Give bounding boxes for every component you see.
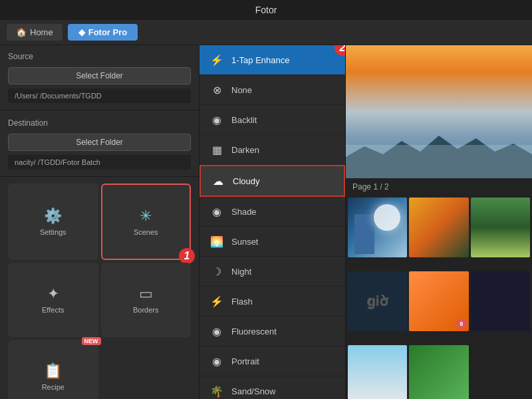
effect-item-none[interactable]: ⊗ None (200, 75, 345, 105)
effects-label: Effects (42, 306, 64, 314)
1tap-icon: ⚡ (209, 52, 225, 68)
thumbnail-7[interactable] (348, 345, 407, 399)
left-panel: Source Select Folder /Users/ /Documents/… (0, 45, 200, 399)
top-nav: 🏠 Home ◆ Fotor Pro (0, 20, 532, 45)
night-icon: ☽ (209, 263, 225, 279)
home-icon: 🏠 (16, 27, 27, 37)
effect-item-darken[interactable]: ▦ Darken (200, 135, 345, 165)
app-title: Fotor (255, 5, 277, 15)
effect-item-fluorescent[interactable]: ◉ Fluorescent (200, 317, 345, 346)
diamond-icon: ◆ (78, 27, 85, 37)
pro-button[interactable]: ◆ Fotor Pro (68, 24, 138, 41)
thumb-badge-9: 9 (456, 319, 467, 329)
borders-tool[interactable]: ▭ Borders (101, 263, 192, 336)
thumbnail-2[interactable] (409, 198, 468, 257)
effect-label-night: Night (231, 267, 251, 277)
select-dest-folder-button[interactable]: Select Folder (8, 134, 191, 151)
settings-icon: ⚙️ (44, 207, 62, 225)
scenes-icon: ✳ (140, 207, 152, 225)
settings-label: Settings (40, 228, 66, 236)
portrait-icon: ◉ (209, 353, 225, 369)
main-layout: Source Select Folder /Users/ /Documents/… (0, 45, 532, 399)
thumbnail-5[interactable]: 9 (409, 271, 468, 331)
divider-2 (0, 176, 199, 177)
effect-label-fluorescent: Fluorescent (231, 327, 277, 336)
effect-label-portrait: Portrait (231, 356, 259, 366)
step-badge-2: 2 (334, 45, 346, 56)
title-bar: Fotor (0, 0, 532, 20)
divider-1 (0, 110, 199, 110)
effects-icon: ✦ (47, 285, 59, 303)
effects-list-panel: ⚡ 1-Tap Enhance 2 ⊗ None ◉ Backlit ▦ Dar… (200, 45, 346, 399)
effect-item-cloudy[interactable]: ☁ Cloudy (200, 165, 345, 197)
effect-label-darken: Darken (231, 145, 259, 155)
source-section-title: Source (0, 45, 199, 65)
settings-tool[interactable]: ⚙️ Settings (8, 184, 98, 260)
recipe-label: Recipe (42, 383, 65, 391)
step-badge-1: 1 (179, 248, 195, 264)
recipe-tool[interactable]: NEW 📋 Recipe (8, 340, 98, 399)
effect-label-1tap: 1-Tap Enhance (231, 55, 289, 65)
preview-image (346, 45, 532, 178)
thumbnail-3[interactable] (471, 198, 530, 257)
pro-label: Fotor Pro (88, 27, 128, 37)
flash-icon: ⚡ (209, 293, 225, 309)
home-button[interactable]: 🏠 Home (7, 24, 63, 41)
effect-item-backlit[interactable]: ◉ Backlit (200, 105, 345, 135)
scenes-label: Scenes (134, 228, 158, 236)
effect-item-sandsnow[interactable]: 🌴 Sand/Snow (200, 376, 345, 399)
dest-path-display: nacity/ /TGDD/Fotor Batch (8, 155, 191, 170)
effect-item-flash[interactable]: ⚡ Flash (200, 287, 345, 317)
borders-icon: ▭ (139, 285, 153, 303)
source-path-display: /Users/ /Documents/TGDD (8, 88, 191, 103)
none-icon: ⊗ (209, 82, 225, 98)
effect-label-sunset: Sunset (231, 237, 258, 247)
effects-tool[interactable]: ✦ Effects (8, 263, 98, 336)
scenes-tool[interactable]: ✳ Scenes 1 (101, 184, 192, 260)
backlit-icon: ◉ (209, 112, 225, 128)
effect-item-1tap[interactable]: ⚡ 1-Tap Enhance 2 (200, 45, 345, 75)
home-label: Home (30, 27, 53, 37)
darken-icon: ▦ (209, 142, 225, 158)
thumbnail-6[interactable] (471, 271, 530, 331)
thumbnail-4[interactable]: gio (348, 271, 407, 331)
effect-item-night[interactable]: ☽ Night (200, 257, 345, 287)
tool-grid: ⚙️ Settings ✳ Scenes 1 ✦ Effects ▭ Borde… (0, 178, 199, 399)
effect-item-sunset[interactable]: 🌅 Sunset (200, 227, 345, 257)
thumbnails-area: gio 9 (346, 196, 532, 399)
sandsnow-icon: 🌴 (209, 383, 225, 399)
recipe-icon: 📋 (44, 362, 62, 380)
select-source-folder-button[interactable]: Select Folder (8, 67, 191, 84)
effect-item-portrait[interactable]: ◉ Portrait (200, 346, 345, 376)
sunset-icon: 🌅 (209, 233, 225, 249)
shade-icon: ◉ (209, 203, 225, 219)
effect-label-shade: Shade (231, 207, 257, 217)
effect-label-none: None (231, 85, 252, 95)
effect-label-cloudy: Cloudy (233, 176, 259, 186)
effect-label-backlit: Backlit (231, 115, 257, 125)
borders-label: Borders (133, 306, 159, 314)
new-badge: NEW (82, 337, 101, 345)
right-panel: Page 1 / 2 gio 9 (346, 45, 532, 399)
cloudy-icon: ☁ (210, 173, 226, 189)
effect-label-sandsnow: Sand/Snow (231, 386, 276, 396)
thumbnail-8[interactable] (409, 345, 468, 399)
fluorescent-icon: ◉ (209, 323, 225, 339)
thumbnail-1[interactable] (348, 198, 407, 257)
effect-label-flash: Flash (231, 297, 253, 307)
destination-section-title: Destination (0, 112, 199, 131)
page-label: Page 1 / 2 (352, 182, 389, 192)
page-indicator: Page 1 / 2 (346, 178, 532, 196)
effect-item-shade[interactable]: ◉ Shade (200, 197, 345, 227)
